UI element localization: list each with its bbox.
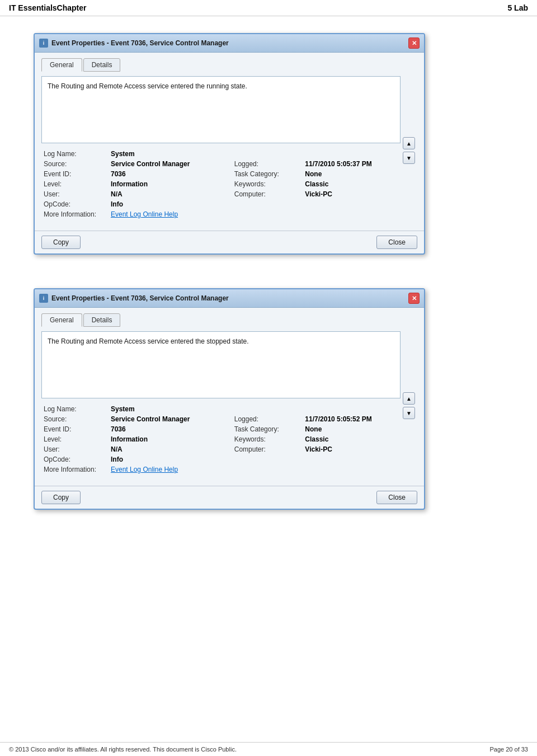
value-logged-2: 11/7/2010 5:05:52 PM — [303, 414, 401, 424]
label-logname-1: Log Name: — [41, 149, 109, 159]
value-level-1: Information — [109, 179, 223, 189]
table-row: More Information: Event Log Online Help — [41, 209, 401, 219]
label-source-2: Source: — [41, 414, 109, 424]
table-row: Level: Information Keywords: Classic — [41, 179, 401, 189]
close-button-2[interactable]: Close — [376, 491, 417, 504]
label-logname-2: Log Name: — [41, 404, 109, 414]
dialog-window-1: i Event Properties - Event 7036, Service… — [34, 33, 425, 255]
label-opcode-2: OpCode: — [41, 454, 109, 464]
label-source-1: Source: — [41, 159, 109, 169]
value-eventid-1: 7036 — [109, 169, 223, 179]
value-logname-1: System — [109, 149, 223, 159]
dialog-titlebar-2: i Event Properties - Event 7036, Service… — [35, 289, 424, 308]
label-computer-1: Computer: — [223, 189, 303, 199]
table-row: Log Name: System — [41, 149, 401, 159]
table-row: Event ID: 7036 Task Category: None — [41, 424, 401, 434]
value-taskcategory-1: None — [303, 169, 401, 179]
value-logged-1: 11/7/2010 5:05:37 PM — [303, 159, 401, 169]
page-header: IT EssentialsChapter 5 Lab — [0, 0, 537, 16]
table-row: More Information: Event Log Online Help — [41, 464, 401, 475]
table-row: OpCode: Info — [41, 199, 401, 209]
table-row: Log Name: System — [41, 404, 401, 414]
info-table-2: Log Name: System Source: Service Control… — [41, 404, 401, 475]
label-keywords-2: Keywords: — [223, 434, 303, 444]
tab-details-2[interactable]: Details — [83, 313, 121, 327]
table-row: OpCode: Info — [41, 454, 401, 464]
value-computer-2: Vicki-PC — [303, 444, 401, 454]
label-opcode-1: OpCode: — [41, 199, 109, 209]
scroll-down-btn-2[interactable]: ▼ — [403, 407, 415, 419]
dialog-footer-2: Copy Close — [35, 486, 424, 509]
label-moreinfo-2: More Information: — [41, 464, 109, 475]
label-keywords-1: Keywords: — [223, 179, 303, 189]
label-eventid-2: Event ID: — [41, 424, 109, 434]
value-keywords-2: Classic — [303, 434, 401, 444]
scroll-up-btn-1[interactable]: ▲ — [403, 137, 415, 149]
label-logged-1: Logged: — [223, 159, 303, 169]
label-eventid-1: Event ID: — [41, 169, 109, 179]
header-right: 5 Lab — [507, 3, 528, 12]
table-row: Source: Service Control Manager Logged: … — [41, 159, 401, 169]
label-computer-2: Computer: — [223, 444, 303, 454]
value-opcode-1: Info — [109, 199, 223, 209]
link-moreinfo-2[interactable]: Event Log Online Help — [111, 466, 178, 473]
page-footer: © 2013 Cisco and/or its affiliates. All … — [0, 742, 537, 756]
label-user-1: User: — [41, 189, 109, 199]
message-box-1: The Routing and Remote Access service en… — [41, 76, 401, 143]
footer-left: © 2013 Cisco and/or its affiliates. All … — [9, 746, 237, 753]
message-text-1: The Routing and Remote Access service en… — [48, 82, 247, 90]
info-table-1: Log Name: System Source: Service Control… — [41, 149, 401, 219]
message-text-2: The Routing and Remote Access service en… — [48, 337, 249, 345]
message-box-2: The Routing and Remote Access service en… — [41, 331, 401, 398]
copy-button-2[interactable]: Copy — [41, 491, 81, 504]
copy-button-1[interactable]: Copy — [41, 236, 81, 249]
dialog-icon-1: i — [39, 39, 48, 48]
label-taskcategory-1: Task Category: — [223, 169, 303, 179]
label-moreinfo-1: More Information: — [41, 209, 109, 219]
close-x-btn-1[interactable]: ✕ — [408, 37, 420, 49]
tab-general-2[interactable]: General — [41, 313, 82, 327]
table-row: User: N/A Computer: Vicki-PC — [41, 444, 401, 454]
value-taskcategory-2: None — [303, 424, 401, 434]
dialog-title-2: Event Properties - Event 7036, Service C… — [51, 294, 229, 302]
table-row: User: N/A Computer: Vicki-PC — [41, 189, 401, 199]
footer-right: Page 20 of 33 — [489, 746, 528, 753]
dialog-titlebar-1: i Event Properties - Event 7036, Service… — [35, 34, 424, 53]
close-button-1[interactable]: Close — [376, 236, 417, 249]
value-source-1: Service Control Manager — [109, 159, 223, 169]
value-source-2: Service Control Manager — [109, 414, 223, 424]
label-logged-2: Logged: — [223, 414, 303, 424]
tab-general-1[interactable]: General — [41, 58, 82, 72]
value-user-1: N/A — [109, 189, 223, 199]
scroll-down-btn-1[interactable]: ▼ — [403, 152, 415, 164]
dialog-window-2: i Event Properties - Event 7036, Service… — [34, 288, 425, 510]
value-user-2: N/A — [109, 444, 223, 454]
value-level-2: Information — [109, 434, 223, 444]
label-user-2: User: — [41, 444, 109, 454]
link-moreinfo-1[interactable]: Event Log Online Help — [111, 210, 178, 218]
dialog-title-1: Event Properties - Event 7036, Service C… — [51, 39, 229, 47]
label-taskcategory-2: Task Category: — [223, 424, 303, 434]
value-opcode-2: Info — [109, 454, 223, 464]
value-eventid-2: 7036 — [109, 424, 223, 434]
header-left: IT EssentialsChapter — [9, 3, 87, 12]
tab-details-1[interactable]: Details — [83, 58, 121, 72]
table-row: Source: Service Control Manager Logged: … — [41, 414, 401, 424]
close-x-btn-2[interactable]: ✕ — [408, 293, 420, 304]
label-level-1: Level: — [41, 179, 109, 189]
value-computer-1: Vicki-PC — [303, 189, 401, 199]
table-row: Level: Information Keywords: Classic — [41, 434, 401, 444]
value-keywords-1: Classic — [303, 179, 401, 189]
table-row: Event ID: 7036 Task Category: None — [41, 169, 401, 179]
dialog-icon-2: i — [39, 294, 48, 303]
value-logname-2: System — [109, 404, 223, 414]
dialog-footer-1: Copy Close — [35, 231, 424, 253]
scroll-up-btn-2[interactable]: ▲ — [403, 392, 415, 405]
label-level-2: Level: — [41, 434, 109, 444]
